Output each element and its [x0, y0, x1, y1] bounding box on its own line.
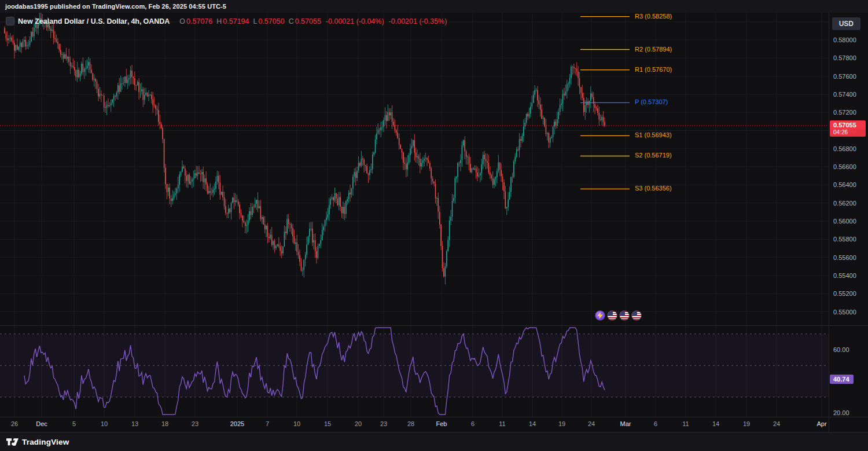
pane-divider[interactable]: [0, 325, 868, 326]
rsi-axis-label: 60.00: [833, 346, 849, 354]
time-axis-label: 19: [549, 420, 575, 427]
time-axis-label: 14: [520, 420, 545, 427]
time-axis-label: 6: [643, 420, 668, 427]
instrument-icon: [6, 17, 14, 25]
time-axis-label: 23: [371, 420, 396, 427]
exchange-label: OANDA: [144, 17, 170, 25]
price-axis-label: 0.56000: [833, 217, 856, 225]
separator: ,: [127, 17, 129, 25]
time-axis-label: Mar: [613, 420, 638, 427]
time-axis-label: 10: [284, 420, 310, 427]
rsi-value-badge: 40.74: [830, 375, 854, 384]
pivot-label-s1[interactable]: S1 (0.56943): [635, 131, 672, 140]
time-axis-label: 20: [345, 420, 371, 427]
price-axis-label: 0.55600: [833, 254, 856, 262]
time-axis-label: 2025: [225, 420, 250, 427]
tradingview-logo-icon: [6, 438, 19, 446]
rsi-axis-label: 20.00: [833, 409, 849, 417]
time-axis-label: 23: [182, 420, 208, 427]
time-axis-label: 18: [152, 420, 178, 427]
currency-button[interactable]: USD: [832, 17, 860, 30]
open-label: O: [179, 17, 185, 25]
bar-countdown: 04:26: [830, 129, 866, 137]
low-value: 0.57050: [258, 17, 284, 25]
close-value: 0.57055: [295, 17, 321, 25]
time-axis-label: 15: [315, 420, 340, 427]
change-secondary: -0.00201 (-0.35%): [389, 17, 447, 25]
last-price-badge: 0.57055 04:26: [830, 120, 866, 137]
reaction-us-flag-icon[interactable]: [607, 310, 617, 321]
time-axis-label: 5: [61, 420, 87, 427]
price-axis-label: 0.58000: [833, 36, 856, 44]
price-axis-label: 0.57600: [833, 72, 856, 80]
time-axis-label: 26: [2, 420, 27, 427]
price-axis-label: 0.57200: [833, 108, 856, 116]
attribution-text: joodabas1995 published on TradingView.co…: [5, 3, 226, 10]
interval-label[interactable]: 4h: [131, 17, 139, 25]
time-axis-label: 10: [91, 420, 117, 427]
price-axis-label: 0.57800: [833, 54, 856, 62]
time-axis-label: Dec: [29, 420, 54, 427]
time-axis-label: 24: [764, 420, 789, 427]
ohlc-readout: O0.57076 H0.57194 L0.57050 C0.57055 -0.0…: [175, 17, 447, 25]
time-axis-label: 13: [122, 420, 148, 427]
tradingview-wordmark: TradingView: [22, 438, 69, 446]
symbol-title[interactable]: New Zealand Dollar / U.S. Dollar: [18, 17, 127, 25]
price-axis-label: 0.55800: [833, 235, 856, 243]
tradingview-logo[interactable]: TradingView: [6, 438, 69, 446]
time-axis-label: 19: [734, 420, 759, 427]
time-axis-label: 11: [673, 420, 698, 427]
last-price-value: 0.57055: [830, 120, 866, 129]
high-value: 0.57194: [223, 17, 249, 25]
price-axis-label: 0.56400: [833, 181, 856, 189]
time-axis-label: Apr: [809, 420, 834, 427]
pivot-label-r3[interactable]: R3 (0.58258): [635, 12, 672, 21]
close-label: C: [289, 17, 294, 25]
price-axis-label: 0.56800: [833, 145, 856, 153]
separator: ,: [139, 17, 141, 25]
price-chart-canvas[interactable]: [0, 13, 829, 417]
pivot-label-p[interactable]: P (0.57307): [635, 98, 668, 107]
time-axis-label: 24: [579, 420, 604, 427]
pivot-label-s3[interactable]: S3 (0.56356): [635, 184, 672, 193]
price-axis-label: 0.55000: [833, 308, 856, 316]
reaction-us-flag-icon[interactable]: [619, 310, 630, 321]
change-absolute-percent: -0.00021 (-0.04%): [326, 17, 384, 25]
time-axis-label: 7: [255, 420, 280, 427]
low-label: L: [253, 17, 257, 25]
pivot-label-r1[interactable]: R1 (0.57670): [635, 65, 672, 74]
time-axis-label: 28: [398, 420, 424, 427]
reaction-us-flag-icon[interactable]: [631, 310, 642, 321]
pivot-label-s2[interactable]: S2 (0.56719): [635, 151, 672, 160]
price-axis-label: 0.56200: [833, 199, 856, 207]
price-axis-label: 0.55400: [833, 272, 856, 280]
attribution-bar: joodabas1995 published on TradingView.co…: [0, 0, 868, 13]
footer-bar: TradingView: [0, 432, 868, 451]
time-axis-label: 11: [490, 420, 515, 427]
pivot-label-r2[interactable]: R2 (0.57894): [635, 45, 672, 54]
price-axis-label: 0.57400: [833, 90, 856, 98]
time-axis-label: 6: [460, 420, 486, 427]
reaction-zap-icon[interactable]: [595, 310, 605, 321]
price-axis-label: 0.56600: [833, 163, 856, 171]
chart-header: New Zealand Dollar / U.S. Dollar, 4h, OA…: [6, 17, 447, 25]
time-axis-label: 14: [703, 420, 729, 427]
high-label: H: [216, 17, 222, 25]
reactions-row: [595, 310, 642, 321]
time-axis-label: Feb: [429, 420, 454, 427]
price-axis-label: 0.55200: [833, 289, 856, 298]
open-value: 0.57076: [186, 17, 212, 25]
